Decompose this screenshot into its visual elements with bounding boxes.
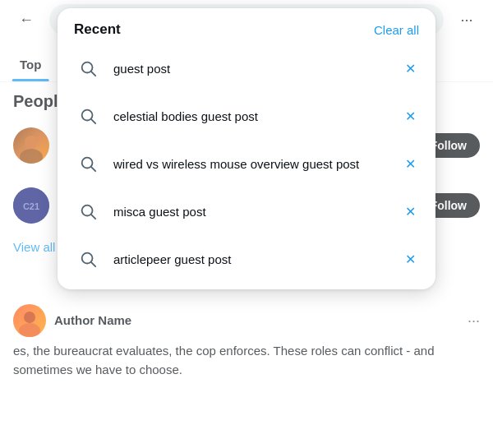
recent-search-dropdown: Recent Clear all guest post ✕ celestial …: [58, 8, 435, 289]
search-item-text: guest post: [113, 62, 390, 76]
dropdown-title: Recent: [74, 21, 121, 38]
remove-search-button-1[interactable]: ✕: [402, 58, 419, 80]
search-item-text: wired vs wireless mouse overview guest p…: [113, 157, 390, 171]
search-history-item-3[interactable]: wired vs wireless mouse overview guest p…: [58, 140, 435, 187]
search-history-item-1[interactable]: guest post ✕: [58, 44, 435, 92]
remove-search-button-4[interactable]: ✕: [402, 201, 419, 223]
search-history-icon: [74, 197, 102, 225]
search-item-text: articlepeer guest post: [113, 252, 390, 266]
search-history-icon: [74, 102, 102, 130]
svg-line-17: [91, 262, 95, 266]
search-history-item-4[interactable]: misca guest post ✕: [58, 187, 435, 235]
remove-search-button-2[interactable]: ✕: [402, 105, 419, 127]
svg-line-9: [91, 72, 95, 76]
svg-line-15: [91, 215, 95, 219]
search-history-item-2[interactable]: celestial bodies guest post ✕: [58, 92, 435, 140]
remove-search-button-5[interactable]: ✕: [402, 248, 419, 270]
search-history-icon: [74, 150, 102, 178]
search-history-icon: [74, 245, 102, 273]
clear-all-button[interactable]: Clear all: [374, 23, 419, 37]
svg-line-13: [91, 167, 95, 171]
dropdown-header: Recent Clear all: [58, 8, 435, 44]
search-item-text: misca guest post: [113, 205, 390, 219]
search-history-item-5[interactable]: articlepeer guest post ✕: [58, 235, 435, 283]
search-history-icon: [74, 54, 102, 82]
search-item-text: celestial bodies guest post: [113, 109, 390, 123]
svg-line-11: [91, 119, 95, 123]
remove-search-button-3[interactable]: ✕: [402, 153, 419, 175]
